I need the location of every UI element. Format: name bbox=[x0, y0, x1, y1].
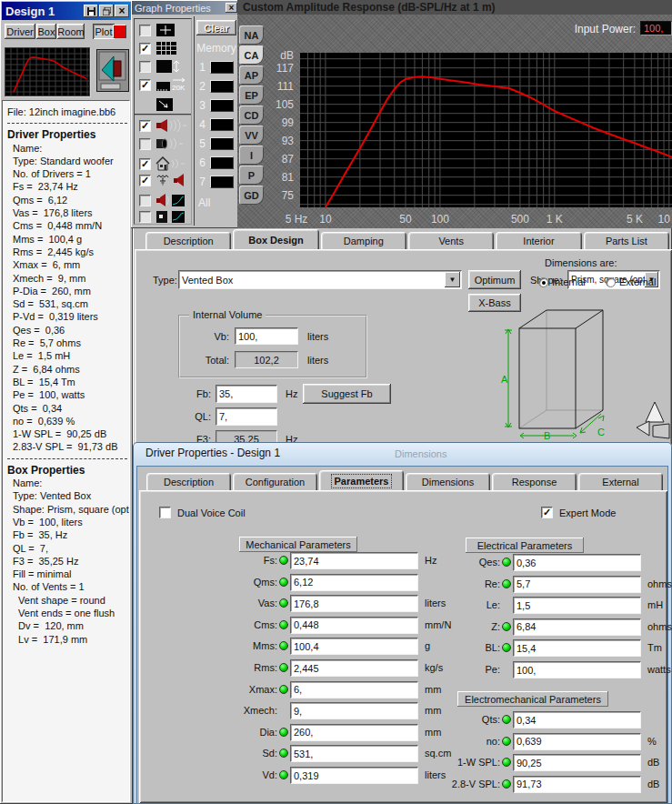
graph-option-checkbox[interactable] bbox=[139, 138, 151, 150]
status-led bbox=[279, 770, 288, 779]
memory-slot-swatch[interactable] bbox=[210, 80, 234, 93]
tab-configuration[interactable]: Configuration bbox=[233, 473, 317, 490]
fb-field[interactable]: 35, bbox=[216, 385, 277, 403]
radio-external[interactable]: External bbox=[606, 276, 656, 287]
field-fs[interactable]: 23,74 bbox=[290, 552, 418, 569]
vb-field[interactable]: 100, bbox=[235, 327, 298, 345]
graph-properties-titlebar[interactable]: Graph Properties × bbox=[132, 1, 238, 15]
memory-slot-7[interactable]: 7 bbox=[196, 176, 234, 188]
design-titlebar[interactable]: Design 1 × bbox=[2, 2, 131, 20]
status-led bbox=[502, 558, 511, 567]
properties-summary-panel[interactable]: File: 12inch imagine.bb6Driver Propertie… bbox=[2, 100, 130, 802]
tab-parts-list[interactable]: Parts List bbox=[584, 232, 669, 249]
tab-interior[interactable]: Interior bbox=[496, 232, 581, 249]
field-z[interactable]: 6,84 bbox=[513, 618, 641, 636]
memory-slot-swatch[interactable] bbox=[210, 176, 234, 188]
field-mms[interactable]: 100,4 bbox=[290, 638, 418, 655]
plot-area[interactable] bbox=[300, 53, 672, 207]
field-qes[interactable]: 0,36 bbox=[513, 554, 641, 571]
design-tab-plot[interactable]: Plot bbox=[93, 24, 115, 39]
expert-mode-checkbox[interactable]: ✓ Expert Mode bbox=[541, 507, 616, 518]
memory-slot-swatch[interactable] bbox=[210, 137, 234, 150]
memory-slot-swatch[interactable] bbox=[210, 118, 234, 131]
tab-parameters[interactable]: Parameters bbox=[319, 470, 404, 490]
status-led bbox=[279, 685, 288, 694]
amplitude-titlebar[interactable]: Custom Amplitude Response (dB-SPL/Hz at … bbox=[237, 0, 672, 15]
field-re[interactable]: 5,7 bbox=[513, 576, 641, 593]
field-xmax[interactable]: 6, bbox=[290, 681, 418, 698]
clear-button[interactable]: Clear bbox=[196, 20, 236, 35]
field-le[interactable]: 1,5 bbox=[513, 597, 641, 614]
restore-icon[interactable] bbox=[99, 5, 114, 17]
graph-option-checkbox[interactable] bbox=[139, 61, 151, 73]
tab-description[interactable]: Description bbox=[146, 473, 231, 490]
dual-voice-coil-checkbox[interactable]: Dual Voice Coil bbox=[159, 507, 246, 518]
response-thumbnail[interactable] bbox=[5, 47, 90, 96]
driver-in-box-icon[interactable] bbox=[96, 49, 129, 93]
memory-slot-swatch[interactable] bbox=[210, 61, 234, 74]
memory-slot-4[interactable]: 4 bbox=[196, 118, 234, 131]
field-pe[interactable]: 100, bbox=[513, 661, 641, 678]
design-tab-driver[interactable]: Driver bbox=[5, 24, 35, 39]
tab-external[interactable]: External bbox=[578, 473, 663, 490]
field-vas[interactable]: 176,8 bbox=[290, 595, 418, 612]
tab-vents[interactable]: Vents bbox=[408, 232, 494, 249]
field-xmech[interactable]: 9, bbox=[290, 702, 418, 719]
tab-response[interactable]: Response bbox=[492, 473, 577, 490]
graph-option-checkbox[interactable]: ✓ bbox=[139, 175, 151, 186]
field-sd[interactable]: 531, bbox=[290, 745, 418, 762]
memory-slot-3[interactable]: 3 bbox=[196, 99, 234, 112]
fb-unit: Hz bbox=[286, 388, 297, 399]
slope-icon bbox=[155, 97, 183, 112]
radio-internal[interactable]: Internal bbox=[538, 276, 586, 287]
optimum-button[interactable]: Optimum bbox=[468, 270, 521, 289]
box-type-dropdown-arrow-icon[interactable]: ▼ bbox=[445, 272, 460, 287]
memory-slot-1[interactable]: 1 bbox=[196, 61, 234, 74]
plot-color-swatch[interactable] bbox=[113, 25, 126, 38]
field-vd[interactable]: 0,319 bbox=[290, 767, 418, 784]
memory-slot-6[interactable]: 6 bbox=[196, 156, 234, 169]
save-icon[interactable] bbox=[84, 5, 98, 17]
field-bl[interactable]: 15,4 bbox=[513, 639, 641, 657]
field-2-8-v-spl[interactable]: 91,73 bbox=[513, 776, 641, 793]
design-tab-box[interactable]: Box bbox=[36, 24, 56, 39]
tab-box-design[interactable]: Box Design bbox=[233, 229, 318, 249]
memory-slot-swatch[interactable] bbox=[210, 156, 234, 169]
radio-external-circle[interactable] bbox=[606, 277, 616, 287]
memory-slot-swatch[interactable] bbox=[210, 99, 234, 112]
graph-option-checkbox[interactable] bbox=[139, 25, 151, 36]
graph-option-checkbox[interactable]: ✓ bbox=[139, 43, 151, 55]
memory-all-label[interactable]: All bbox=[198, 196, 210, 209]
field-label-mms: Mms: bbox=[214, 640, 277, 651]
speaker-cutout-icon bbox=[635, 397, 672, 442]
field-dia[interactable]: 260, bbox=[290, 724, 418, 741]
close-icon[interactable]: × bbox=[226, 3, 237, 13]
memory-slot-5[interactable]: 5 bbox=[196, 137, 234, 150]
graph-option-checkbox[interactable] bbox=[139, 195, 151, 206]
box-type-select[interactable]: Vented Box ▼ bbox=[178, 270, 462, 289]
memory-slot-2[interactable]: 2 bbox=[196, 80, 234, 93]
radio-internal-circle[interactable] bbox=[538, 277, 548, 287]
field-qms[interactable]: 6,12 bbox=[290, 574, 418, 591]
tab-description[interactable]: Description bbox=[145, 232, 231, 249]
dimensions-are-label: Dimensions are: bbox=[545, 257, 617, 268]
graph-option-checkbox[interactable]: ✓ bbox=[139, 158, 151, 170]
field-no[interactable]: 0,639 bbox=[513, 733, 641, 750]
total-field: 102,2 bbox=[235, 351, 298, 368]
suggest-fb-button[interactable]: Suggest Fb bbox=[303, 384, 391, 404]
close-icon[interactable]: × bbox=[115, 5, 129, 17]
design-tab-room[interactable]: Room bbox=[57, 24, 85, 39]
field-label-qts: Qts: bbox=[436, 714, 500, 725]
graph-option-checkbox[interactable]: ✓ bbox=[139, 120, 151, 132]
graph-option-checkbox[interactable] bbox=[139, 211, 151, 223]
field-cms[interactable]: 0,448 bbox=[290, 617, 418, 634]
field-rms[interactable]: 2,445 bbox=[290, 659, 418, 677]
tab-dimensions[interactable]: Dimensions bbox=[406, 473, 490, 490]
field-qts[interactable]: 0,34 bbox=[513, 711, 641, 729]
graph-option-checkbox[interactable]: ✓ bbox=[139, 79, 151, 91]
ql-field[interactable]: 7, bbox=[216, 407, 277, 426]
tab-damping[interactable]: Damping bbox=[321, 232, 406, 249]
field-1-w-spl[interactable]: 90,25 bbox=[513, 754, 641, 771]
field-label-vd: Vd: bbox=[214, 769, 277, 780]
field-unit: Hz bbox=[425, 555, 436, 566]
